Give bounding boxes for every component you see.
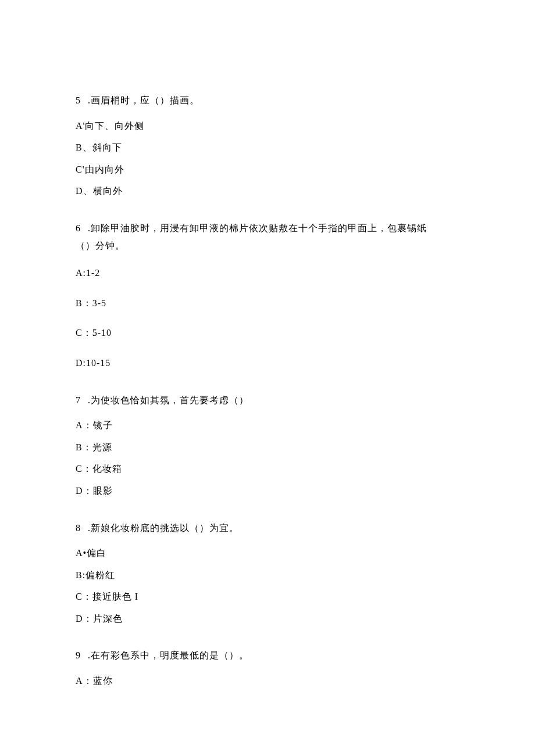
question-stem: 9.在有彩色系中，明度最低的是（）。: [76, 648, 459, 663]
question-9: 9.在有彩色系中，明度最低的是（）。 A：蓝你: [76, 648, 459, 688]
question-stem: 7.为使妆色恰如其氛，首先要考虑（）: [76, 393, 459, 408]
stem-text: .在有彩色系中，明度最低的是（）。: [88, 650, 249, 660]
option-d: D:10-15: [76, 356, 459, 371]
option-c: C：5-10: [76, 325, 459, 341]
question-5: 5.画眉梢时，应（）描画。 A'向下、向外侧 B、斜向下 C'由内向外 D、横向…: [76, 93, 459, 199]
question-number: 8: [76, 521, 81, 536]
question-stem: 5.画眉梢时，应（）描画。: [76, 93, 459, 108]
question-number: 6: [76, 221, 81, 236]
question-stem-line2: （）分钟。: [76, 238, 459, 253]
question-stem: 6.卸除甲油胶时，用浸有卸甲液的棉片依次贴敷在十个手指的甲面上，包裹锡纸: [76, 221, 459, 236]
option-c: C'由内向外: [76, 162, 459, 177]
option-a: A•偏白: [76, 546, 459, 561]
option-a: A'向下、向外侧: [76, 119, 459, 134]
option-d: D、横向外: [76, 184, 459, 199]
option-b: B：3-5: [76, 296, 459, 311]
question-number: 9: [76, 648, 81, 663]
question-number: 5: [76, 93, 81, 108]
option-d: D：眼影: [76, 483, 459, 499]
stem-text: .为使妆色恰如其氛，首先要考虑（）: [88, 395, 249, 405]
option-a: A：镜子: [76, 418, 459, 433]
option-b: B：光源: [76, 440, 459, 455]
option-a: A：蓝你: [76, 673, 459, 689]
option-d: D：片深色: [76, 611, 459, 626]
stem-text: .新娘化妆粉底的挑选以（）为宜。: [88, 523, 239, 533]
question-7: 7.为使妆色恰如其氛，首先要考虑（） A：镜子 B：光源 C：化妆箱 D：眼影: [76, 393, 459, 499]
option-c: C：化妆箱: [76, 461, 459, 476]
stem-text: .画眉梢时，应（）描画。: [88, 95, 199, 105]
stem-text: .卸除甲油胶时，用浸有卸甲液的棉片依次贴敷在十个手指的甲面上，包裹锡纸: [88, 223, 427, 233]
question-stem: 8.新娘化妆粉底的挑选以（）为宜。: [76, 521, 459, 536]
option-c: C：接近肤色 I: [76, 589, 459, 604]
question-6: 6.卸除甲油胶时，用浸有卸甲液的棉片依次贴敷在十个手指的甲面上，包裹锡纸 （）分…: [76, 221, 459, 371]
option-b: B:偏粉红: [76, 568, 459, 583]
option-b: B、斜向下: [76, 140, 459, 155]
question-number: 7: [76, 393, 81, 408]
option-a: A:1-2: [76, 266, 459, 281]
question-8: 8.新娘化妆粉底的挑选以（）为宜。 A•偏白 B:偏粉红 C：接近肤色 I D：…: [76, 521, 459, 626]
